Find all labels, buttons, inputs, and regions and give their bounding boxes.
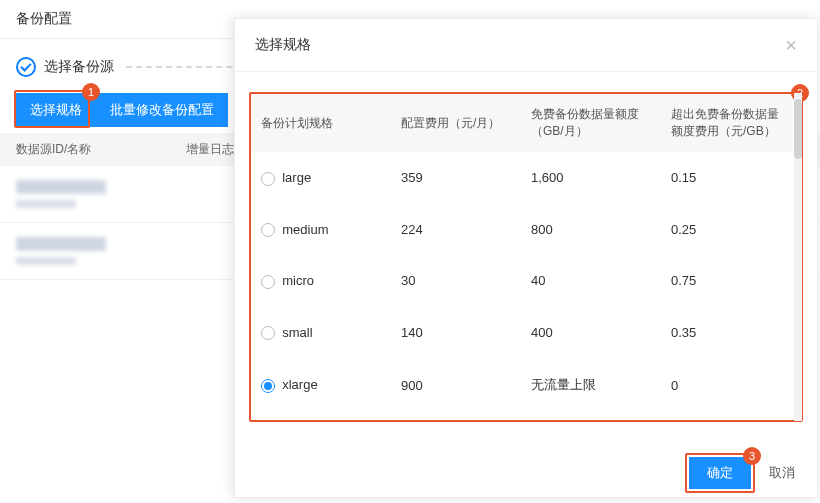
radio-micro[interactable] bbox=[261, 275, 275, 289]
col-overage-fee: 超出免费备份数据量额度费用（元/GB） bbox=[661, 94, 793, 152]
radio-large[interactable] bbox=[261, 172, 275, 186]
spec-overage-fee: 0.35 bbox=[661, 307, 793, 359]
callout-badge-3: 3 bbox=[743, 447, 761, 465]
radio-medium[interactable] bbox=[261, 223, 275, 237]
scrollbar-thumb[interactable] bbox=[794, 99, 802, 159]
modal-title: 选择规格 bbox=[255, 36, 311, 54]
spec-config-fee: 900 bbox=[391, 358, 521, 412]
col-free-quota: 免费备份数据量额度（GB/月） bbox=[521, 94, 661, 152]
scrollbar[interactable] bbox=[794, 93, 802, 421]
spec-row[interactable]: small1404000.35 bbox=[251, 307, 793, 359]
spec-table-wrap: 2 备份计划规格 配置费用（元/月） 免费备份数据量额度（GB/月） 超出免费备… bbox=[249, 92, 803, 422]
spec-free-quota: 1,600 bbox=[521, 152, 661, 204]
radio-xlarge[interactable] bbox=[261, 379, 275, 393]
spec-row[interactable]: xlarge900无流量上限0 bbox=[251, 358, 793, 412]
select-spec-modal: 选择规格 × 2 备份计划规格 配置费用（元/月） 免费备份数据量额度（GB/月… bbox=[234, 18, 818, 498]
spec-name: medium bbox=[282, 222, 328, 237]
spec-overage-fee: 0.75 bbox=[661, 255, 793, 307]
radio-small[interactable] bbox=[261, 326, 275, 340]
spec-overage-fee: 0.25 bbox=[661, 204, 793, 256]
spec-config-fee: 140 bbox=[391, 307, 521, 359]
close-icon[interactable]: × bbox=[785, 35, 797, 55]
spec-overage-fee: 0.15 bbox=[661, 152, 793, 204]
confirm-label: 确定 bbox=[707, 465, 733, 480]
col-spec: 备份计划规格 bbox=[251, 94, 391, 152]
spec-free-quota: 400 bbox=[521, 307, 661, 359]
modal-header: 选择规格 × bbox=[235, 19, 817, 72]
spec-config-fee: 30 bbox=[391, 255, 521, 307]
spec-row[interactable]: large3591,6000.15 bbox=[251, 152, 793, 204]
spec-free-quota: 无流量上限 bbox=[521, 358, 661, 412]
spec-overage-fee: 0 bbox=[661, 358, 793, 412]
spec-name: xlarge bbox=[282, 377, 317, 392]
modal-footer: 确定 3 取消 bbox=[689, 457, 801, 489]
cancel-button[interactable]: 取消 bbox=[763, 457, 801, 489]
spec-name: micro bbox=[282, 273, 314, 288]
col-config-fee: 配置费用（元/月） bbox=[391, 94, 521, 152]
spec-row[interactable]: micro30400.75 bbox=[251, 255, 793, 307]
spec-free-quota: 40 bbox=[521, 255, 661, 307]
spec-row[interactable]: medium2248000.25 bbox=[251, 204, 793, 256]
spec-name: large bbox=[282, 170, 311, 185]
spec-config-fee: 224 bbox=[391, 204, 521, 256]
spec-config-fee: 359 bbox=[391, 152, 521, 204]
confirm-button[interactable]: 确定 3 bbox=[689, 457, 751, 489]
spec-name: small bbox=[282, 325, 312, 340]
spec-free-quota: 800 bbox=[521, 204, 661, 256]
spec-table: 备份计划规格 配置费用（元/月） 免费备份数据量额度（GB/月） 超出免费备份数… bbox=[251, 94, 793, 412]
